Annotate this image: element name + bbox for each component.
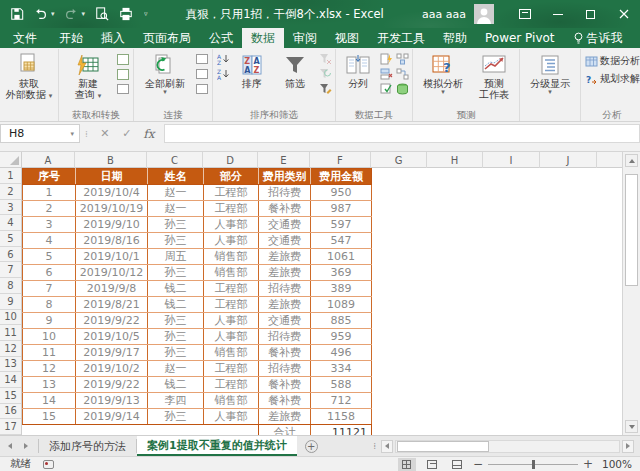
maximize-button[interactable] — [574, 0, 607, 28]
tell-me-tab[interactable]: 告诉我 — [564, 28, 633, 48]
cell[interactable]: 5 — [23, 249, 76, 265]
cell[interactable]: 交通费 — [259, 233, 311, 249]
scroll-up-icon[interactable] — [625, 154, 638, 167]
tab-split-handle[interactable]: ⁞ — [373, 441, 376, 451]
cell[interactable]: 餐补费 — [259, 393, 311, 409]
cell[interactable]: 工程部 — [204, 185, 259, 201]
text-to-columns-button[interactable]: 分列 — [339, 50, 377, 89]
row-header-13[interactable]: 13 — [0, 357, 21, 373]
quick-print-icon[interactable] — [118, 7, 133, 22]
cell[interactable]: 餐补费 — [259, 377, 311, 393]
cell[interactable]: 李四 — [148, 393, 204, 409]
recent-sources-icon[interactable] — [116, 68, 130, 80]
cell[interactable]: 交通费 — [259, 217, 311, 233]
cell[interactable]: 11 — [23, 345, 76, 361]
redo-dropdown-icon[interactable]: ▾ — [82, 10, 86, 18]
cell[interactable]: 差旅费 — [259, 409, 311, 425]
cell[interactable]: 8 — [23, 297, 76, 313]
from-file-icon[interactable] — [116, 83, 130, 95]
table-header-cell[interactable]: 姓名 — [148, 169, 204, 185]
cell[interactable]: 销售部 — [204, 249, 259, 265]
cell[interactable]: 周五 — [148, 249, 204, 265]
ribbon-display-options-icon[interactable] — [508, 0, 541, 28]
cell[interactable]: 招待费 — [259, 185, 311, 201]
cell[interactable]: 差旅费 — [259, 297, 311, 313]
sheet-prev-icon[interactable] — [8, 443, 12, 449]
ribbon-tab[interactable]: 公式 — [200, 28, 242, 48]
cell[interactable]: 差旅费 — [259, 265, 311, 281]
row-header-4[interactable]: 4 — [0, 215, 21, 231]
cell[interactable]: 13 — [23, 377, 76, 393]
properties-icon[interactable] — [195, 68, 209, 80]
cell[interactable]: 2019/9/13 — [76, 393, 148, 409]
sheet-tab[interactable]: 添加序号的方法 — [39, 436, 136, 456]
row-header-10[interactable]: 10 — [0, 310, 21, 326]
minimize-button[interactable] — [541, 0, 574, 28]
cell[interactable]: 1061 — [311, 249, 372, 265]
sort-button[interactable]: ZAAZ 排序 — [232, 50, 272, 89]
cell[interactable]: 9 — [23, 313, 76, 329]
cell[interactable]: 赵一 — [148, 201, 204, 217]
page-layout-view-button[interactable] — [423, 458, 441, 471]
vertical-scroll-thumb[interactable] — [625, 174, 638, 286]
horizontal-scroll-track[interactable] — [395, 440, 620, 453]
cell[interactable]: 369 — [311, 265, 372, 281]
cell[interactable]: 工程部 — [204, 377, 259, 393]
from-table-icon[interactable] — [116, 53, 130, 65]
advanced-filter-icon[interactable] — [318, 83, 332, 95]
cell[interactable]: 差旅费 — [259, 249, 311, 265]
ribbon-tab[interactable]: 视图 — [326, 28, 368, 48]
cell[interactable]: 销售部 — [204, 345, 259, 361]
scroll-right-icon[interactable] — [622, 440, 634, 453]
cell[interactable] — [23, 425, 76, 436]
cell[interactable]: 销售部 — [204, 265, 259, 281]
cell[interactable]: 10 — [23, 329, 76, 345]
what-if-analysis-button[interactable]: ? 模拟分析 ▾ — [416, 50, 470, 96]
column-header-H[interactable]: H — [427, 152, 483, 168]
column-header-A[interactable]: A — [22, 152, 75, 168]
cell[interactable]: 钱二 — [148, 281, 204, 297]
cell[interactable]: 孙三 — [148, 233, 204, 249]
solver-button[interactable]: ? 规划求解 — [584, 72, 640, 86]
undo-icon[interactable] — [33, 7, 48, 22]
cell[interactable] — [204, 425, 259, 436]
avatar[interactable] — [474, 4, 494, 24]
column-header-G[interactable]: G — [371, 152, 427, 168]
insert-function-icon[interactable]: fx — [138, 124, 160, 143]
cell[interactable]: 2019/10/19 — [76, 201, 148, 217]
sheet-next-icon[interactable] — [24, 443, 28, 449]
cell[interactable]: 1089 — [311, 297, 372, 313]
undo-dropdown-icon[interactable]: ▾ — [51, 10, 55, 18]
cell[interactable]: 2019/9/22 — [76, 377, 148, 393]
cell[interactable]: 334 — [311, 361, 372, 377]
get-external-data-button[interactable]: 获取 外部数据 ▾ — [3, 50, 55, 100]
row-header-17[interactable]: 17 — [0, 419, 21, 435]
filter-button[interactable]: 筛选 — [274, 50, 316, 89]
horizontal-scroll-thumb[interactable] — [397, 441, 489, 452]
cell[interactable]: 2019/8/16 — [76, 233, 148, 249]
column-header-partial[interactable] — [597, 152, 622, 168]
cell[interactable]: 987 — [311, 201, 372, 217]
cell[interactable]: 12 — [23, 361, 76, 377]
row-header-14[interactable]: 14 — [0, 372, 21, 388]
cell[interactable]: 人事部 — [204, 409, 259, 425]
row-header-7[interactable]: 7 — [0, 262, 21, 278]
forecast-sheet-button[interactable]: 预测 工作表 — [472, 50, 516, 100]
flash-fill-icon[interactable] — [379, 53, 393, 65]
reapply-filter-icon[interactable] — [318, 68, 332, 80]
cell[interactable]: 2019/8/21 — [76, 297, 148, 313]
cell[interactable]: 2019/9/17 — [76, 345, 148, 361]
row-header-16[interactable]: 16 — [0, 404, 21, 420]
cell[interactable]: 工程部 — [204, 361, 259, 377]
macro-record-icon[interactable] — [43, 460, 54, 469]
zoom-in-icon[interactable]: + — [583, 459, 593, 469]
cell[interactable]: 950 — [311, 185, 372, 201]
outline-button[interactable]: 分级显示 ▾ — [523, 50, 577, 96]
column-header-D[interactable]: D — [203, 152, 258, 168]
table-header-cell[interactable]: 日期 — [76, 169, 148, 185]
name-box-dropdown-icon[interactable]: ▾ — [70, 130, 74, 138]
ribbon-tab[interactable]: 页面布局 — [134, 28, 200, 48]
cell[interactable]: 597 — [311, 217, 372, 233]
new-sheet-button[interactable]: + — [297, 436, 326, 456]
cancel-entry-icon[interactable]: ✕ — [94, 124, 116, 143]
